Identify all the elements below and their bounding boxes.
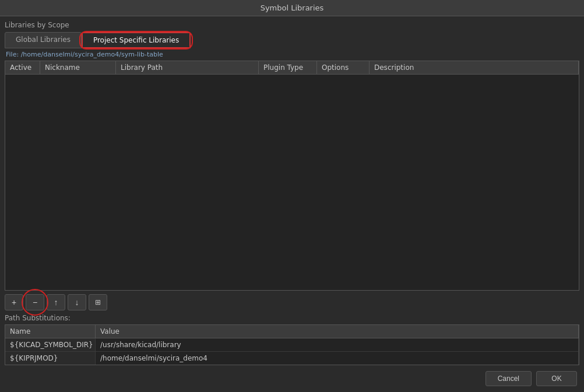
tab-global[interactable]: Global Libraries: [5, 32, 82, 48]
col-header-description: Description: [370, 61, 579, 74]
col-header-plugin: Plugin Type: [259, 61, 317, 74]
ok-button[interactable]: OK: [536, 371, 577, 386]
tab-project[interactable]: Project Specific Libraries: [82, 32, 191, 48]
dialog-title: Symbol Libraries: [261, 3, 324, 12]
title-bar: Symbol Libraries: [0, 0, 584, 16]
path-col-header-name: Name: [5, 325, 96, 338]
table-body: [5, 75, 579, 290]
path-table-header: Name Value: [5, 325, 579, 338]
libraries-by-scope-label: Libraries by Scope: [5, 21, 579, 29]
path-col-header-value: Value: [96, 325, 579, 338]
path-value-1: /usr/share/kicad/library: [96, 338, 579, 351]
path-row-1: ${KICAD_SYMBOL_DIR} /usr/share/kicad/lib…: [5, 338, 579, 352]
libraries-table-container: Active Nickname Library Path Plugin Type…: [5, 61, 579, 291]
dialog-body: Libraries by Scope Global Libraries Proj…: [0, 16, 584, 391]
file-path: /home/danselmi/sycira_demo4/sym-lib-tabl…: [21, 51, 163, 58]
move-down-button[interactable]: ↓: [68, 294, 86, 310]
browse-libraries-button[interactable]: ⊞: [89, 294, 107, 310]
tabs-row: Global Libraries Project Specific Librar…: [5, 32, 579, 48]
add-library-button[interactable]: +: [5, 294, 23, 310]
path-name-1: ${KICAD_SYMBOL_DIR}: [5, 338, 96, 351]
path-substitutions-label: Path Substitutions:: [5, 314, 579, 322]
col-header-active: Active: [5, 61, 40, 74]
path-substitutions-table: Name Value ${KICAD_SYMBOL_DIR} /usr/shar…: [5, 324, 579, 365]
footer-row: Cancel OK: [5, 365, 579, 391]
move-up-button[interactable]: ↑: [47, 294, 65, 310]
col-header-nickname: Nickname: [40, 61, 116, 74]
file-line: File: /home/danselmi/sycira_demo4/sym-li…: [5, 51, 579, 58]
cancel-button[interactable]: Cancel: [486, 371, 532, 386]
col-header-options: Options: [317, 61, 370, 74]
toolbar-row: + − ↑ ↓ ⊞: [5, 291, 579, 314]
table-header: Active Nickname Library Path Plugin Type…: [5, 61, 579, 75]
path-row-2: ${KIPRJMOD} /home/danselmi/sycira_demo4: [5, 352, 579, 365]
remove-library-button[interactable]: −: [26, 294, 44, 310]
col-header-libpath: Library Path: [116, 61, 259, 74]
path-value-2: /home/danselmi/sycira_demo4: [96, 352, 579, 365]
path-name-2: ${KIPRJMOD}: [5, 352, 96, 365]
